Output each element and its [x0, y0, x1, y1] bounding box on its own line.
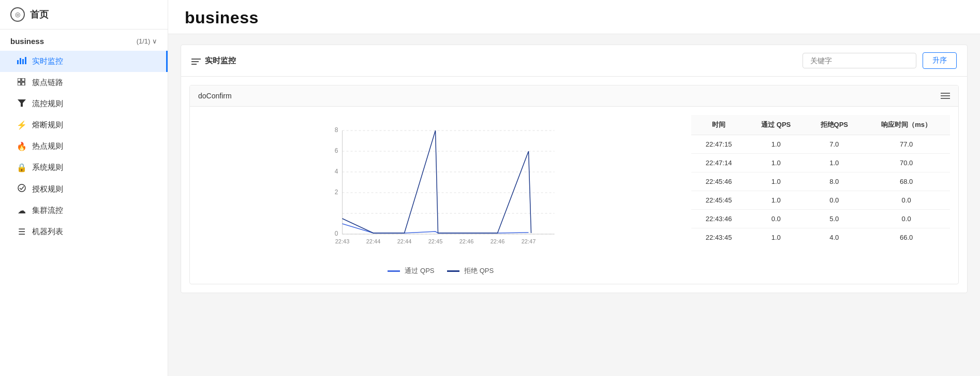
svg-rect-3 — [25, 57, 26, 64]
service-card-header: doConfirm — [190, 85, 958, 107]
svg-point-9 — [18, 184, 25, 192]
cell-response-time: 0.0 — [863, 191, 950, 210]
reject-legend-dot — [447, 270, 459, 272]
sidebar-item-hotspot[interactable]: 🔥 热点规则 — [0, 136, 168, 157]
table-row: 22:43:46 0.0 5.0 0.0 — [691, 210, 950, 228]
bar-chart-icon — [17, 57, 27, 66]
col-reject-qps: 拒绝QPS — [806, 115, 863, 135]
cell-reject-qps: 1.0 — [806, 154, 863, 172]
cell-response-time: 0.0 — [863, 210, 950, 228]
svg-text:4: 4 — [335, 168, 338, 175]
cell-reject-qps: 7.0 — [806, 135, 863, 154]
sidebar-item-label: 流控规则 — [32, 99, 63, 109]
cell-time: 22:45:45 — [691, 191, 746, 210]
sidebar-menu: 实时监控 簇点链路 流控规则 ⚡ 熔断规则 — [0, 49, 168, 244]
card-menu-icon[interactable] — [941, 93, 950, 99]
cloud-icon: ☁ — [17, 206, 27, 215]
toolbar-right: 升序 — [803, 52, 957, 69]
svg-rect-6 — [18, 82, 21, 85]
home-icon: ◎ — [10, 7, 25, 22]
fire-icon: 🔥 — [17, 141, 27, 151]
sidebar-item-label: 簇点链路 — [32, 78, 63, 88]
table-row: 22:45:45 1.0 0.0 0.0 — [691, 191, 950, 210]
col-time: 时间 — [691, 115, 746, 135]
cell-response-time: 68.0 — [863, 172, 950, 191]
filter-icon — [17, 99, 27, 109]
svg-text:22:46: 22:46 — [491, 238, 505, 244]
cell-pass-qps: 1.0 — [746, 172, 806, 191]
toolbar-label: 实时监控 — [205, 56, 236, 66]
table-row: 22:47:14 1.0 1.0 70.0 — [691, 154, 950, 172]
pass-legend-dot — [388, 270, 400, 272]
cell-reject-qps: 8.0 — [806, 172, 863, 191]
chart-container: 8 6 4 2 0 22:43 22:44 22:44 22:45 22:46 … — [198, 115, 683, 276]
service-card: doConfirm — [189, 85, 959, 284]
sidebar-item-realtime[interactable]: 实时监控 — [0, 51, 168, 72]
svg-text:22:45: 22:45 — [428, 238, 443, 244]
svg-text:8: 8 — [335, 126, 338, 134]
svg-text:22:44: 22:44 — [366, 238, 381, 244]
cell-response-time: 66.0 — [863, 228, 950, 247]
data-table-container: 时间 通过 QPS 拒绝QPS 响应时间（ms） 22:47:15 1.0 7.… — [691, 115, 950, 276]
sidebar-item-auth[interactable]: 授权规则 — [0, 178, 168, 200]
svg-rect-4 — [18, 78, 21, 81]
cell-time: 22:47:15 — [691, 135, 746, 154]
service-card-body: 8 6 4 2 0 22:43 22:44 22:44 22:45 22:46 … — [190, 107, 958, 284]
list-icon: ☰ — [17, 227, 27, 237]
sidebar-item-machines[interactable]: ☰ 机器列表 — [0, 221, 168, 242]
main-scroll-area: 实时监控 升序 doConfirm — [168, 34, 980, 376]
legend-pass: 通过 QPS — [388, 266, 435, 276]
section-badge: (1/1) ∨ — [137, 37, 157, 45]
sidebar-item-cluster[interactable]: ☁ 集群流控 — [0, 200, 168, 221]
cell-reject-qps: 5.0 — [806, 210, 863, 228]
cell-time: 22:43:46 — [691, 210, 746, 228]
sidebar-item-label: 热点规则 — [32, 141, 63, 151]
cell-pass-qps: 1.0 — [746, 191, 806, 210]
table-row: 22:45:46 1.0 8.0 68.0 — [691, 172, 950, 191]
sidebar-item-trace[interactable]: 簇点链路 — [0, 72, 168, 93]
table-row: 22:43:45 1.0 4.0 66.0 — [691, 228, 950, 247]
svg-rect-5 — [22, 78, 25, 81]
line-chart: 8 6 4 2 0 22:43 22:44 22:44 22:45 22:46 … — [198, 115, 683, 260]
cell-reject-qps: 4.0 — [806, 228, 863, 247]
main-content: business 实时监控 升序 — [168, 0, 980, 376]
grid-icon — [17, 78, 27, 88]
service-name: doConfirm — [198, 92, 232, 100]
svg-text:22:47: 22:47 — [522, 238, 536, 244]
sidebar-item-label: 授权规则 — [32, 184, 63, 194]
sidebar-item-circuit[interactable]: ⚡ 熔断规则 — [0, 114, 168, 136]
svg-text:22:46: 22:46 — [459, 238, 474, 244]
sidebar: ◎ 首页 business (1/1) ∨ 实时监控 — [0, 0, 168, 376]
realtime-panel: 实时监控 升序 doConfirm — [181, 45, 968, 293]
sidebar-item-label: 熔断规则 — [32, 120, 63, 130]
section-name: business — [10, 37, 44, 46]
sort-button[interactable]: 升序 — [923, 52, 957, 69]
data-table: 时间 通过 QPS 拒绝QPS 响应时间（ms） 22:47:15 1.0 7.… — [691, 115, 950, 247]
lock-icon: 🔒 — [17, 163, 27, 172]
cell-pass-qps: 1.0 — [746, 135, 806, 154]
cell-response-time: 77.0 — [863, 135, 950, 154]
svg-text:22:43: 22:43 — [335, 238, 350, 244]
bolt-icon: ⚡ — [17, 120, 27, 130]
sidebar-section: business (1/1) ∨ — [0, 30, 168, 49]
sidebar-item-system[interactable]: 🔒 系统规则 — [0, 157, 168, 178]
toolbar-left: 实时监控 — [191, 56, 236, 66]
sidebar-item-label: 机器列表 — [32, 227, 63, 237]
cell-response-time: 70.0 — [863, 154, 950, 172]
main-header: business — [168, 0, 980, 34]
keyword-input[interactable] — [803, 53, 916, 68]
sidebar-item-flow[interactable]: 流控规则 — [0, 93, 168, 114]
svg-text:22:44: 22:44 — [397, 238, 412, 244]
table-header: 时间 通过 QPS 拒绝QPS 响应时间（ms） — [691, 115, 950, 135]
panel-toolbar: 实时监控 升序 — [181, 45, 967, 77]
cell-pass-qps: 1.0 — [746, 228, 806, 247]
sidebar-item-label: 集群流控 — [32, 206, 63, 215]
cell-pass-qps: 1.0 — [746, 154, 806, 172]
cell-pass-qps: 0.0 — [746, 210, 806, 228]
sort-lines-icon — [191, 56, 201, 65]
sidebar-header: ◎ 首页 — [0, 0, 168, 30]
col-pass-qps: 通过 QPS — [746, 115, 806, 135]
svg-rect-2 — [22, 59, 24, 64]
legend-reject: 拒绝 QPS — [447, 266, 494, 276]
svg-marker-8 — [18, 99, 26, 107]
